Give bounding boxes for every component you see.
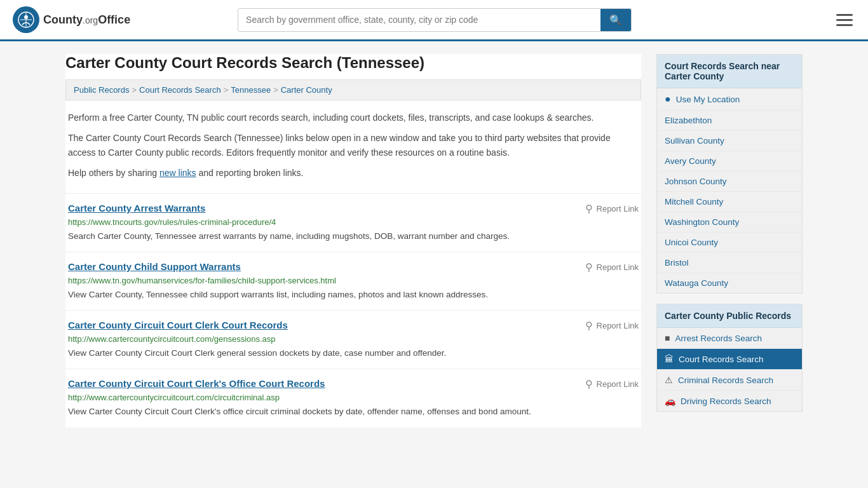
sidebar-link-avery-county[interactable]: Avery County (657, 151, 802, 171)
logo-icon (13, 6, 39, 33)
page-container: Carter County Court Records Search (Tenn… (53, 41, 815, 440)
description-para3: Help others by sharing new links and rep… (68, 166, 639, 180)
description-para1: Perform a free Carter County, TN public … (68, 111, 639, 125)
page-title: Carter County Court Records Search (Tenn… (65, 54, 641, 72)
header: County.orgOffice 🔍 (0, 0, 868, 41)
search-input[interactable] (238, 10, 600, 30)
list-item: ● Use My Location (657, 88, 802, 111)
description-para2: The Carter County Court Records Search (… (68, 131, 639, 159)
list-item: Elizabethton (657, 111, 802, 131)
hamburger-menu[interactable] (834, 11, 855, 29)
sidebar-nearby-links: ● Use My Location Elizabethton Sullivan … (657, 88, 802, 293)
hamburger-line3 (836, 24, 853, 26)
search-button[interactable]: 🔍 (600, 9, 631, 31)
sidebar-records-links: ■ Arrest Records Search 🏛 Court Records … (657, 328, 802, 411)
sidebar-link-unicoi-county[interactable]: Unicoi County (657, 233, 802, 252)
list-item: Unicoi County (657, 233, 802, 253)
report-icon: ⚲ (585, 320, 593, 332)
hamburger-line1 (836, 14, 853, 16)
sidebar-public-records-title: Carter County Public Records (657, 304, 802, 328)
sidebar-link-watauga-county[interactable]: Watauga County (657, 273, 802, 293)
list-item: Watauga County (657, 273, 802, 293)
result-url: https://www.tncourts.gov/rules/rules-cri… (68, 217, 639, 227)
logo-text: County.orgOffice (43, 13, 130, 27)
breadcrumb-sep3: > (273, 85, 278, 95)
list-item: Johnson County (657, 172, 802, 192)
result-entry: Carter County Circuit Court Clerk's Offi… (65, 369, 641, 427)
new-links-link[interactable]: new links (159, 168, 196, 178)
report-icon: ⚲ (585, 203, 593, 215)
sidebar-link-johnson-county[interactable]: Johnson County (657, 172, 802, 191)
breadcrumb-public-records[interactable]: Public Records (74, 85, 129, 95)
arrest-records-icon: ■ (665, 333, 670, 343)
result-entry: Carter County Arrest Warrants ⚲ Report L… (65, 193, 641, 252)
report-link[interactable]: ⚲ Report Link (585, 320, 639, 332)
sidebar: Court Records Search near Carter County … (656, 54, 803, 428)
result-title[interactable]: Carter County Circuit Court Clerk's Offi… (68, 378, 325, 389)
hamburger-line2 (836, 19, 853, 21)
sidebar-link-sullivan-county[interactable]: Sullivan County (657, 131, 802, 151)
sidebar-link-criminal-records[interactable]: ⚠ Criminal Records Search (657, 370, 802, 390)
list-item: Washington County (657, 212, 802, 233)
location-pin-icon: ● (665, 93, 671, 105)
list-item: 🏛 Court Records Search (657, 349, 802, 370)
breadcrumb-sep2: > (224, 85, 229, 95)
sidebar-link-washington-county[interactable]: Washington County (657, 212, 802, 232)
main-content: Carter County Court Records Search (Tenn… (65, 54, 641, 428)
criminal-records-icon: ⚠ (665, 375, 673, 385)
sidebar-link-driving-records[interactable]: 🚗 Driving Records Search (657, 391, 802, 411)
report-icon: ⚲ (585, 261, 593, 273)
result-desc: View Carter County Circuit Court Clerk g… (68, 347, 639, 360)
logo-link[interactable]: County.orgOffice (13, 6, 130, 33)
results-list: Carter County Arrest Warrants ⚲ Report L… (65, 193, 641, 428)
result-entry: Carter County Circuit Court Clerk Court … (65, 310, 641, 369)
breadcrumb-tennessee[interactable]: Tennessee (231, 85, 271, 95)
list-item: 🚗 Driving Records Search (657, 391, 802, 411)
list-item: ⚠ Criminal Records Search (657, 370, 802, 391)
result-entry: Carter County Child Support Warrants ⚲ R… (65, 252, 641, 310)
sidebar-link-elizabethton[interactable]: Elizabethton (657, 111, 802, 130)
list-item: Bristol (657, 253, 802, 273)
sidebar-link-arrest-records[interactable]: ■ Arrest Records Search (657, 328, 802, 348)
driving-records-icon: 🚗 (665, 396, 675, 406)
result-url: https://www.tn.gov/humanservices/for-fam… (68, 276, 639, 285)
sidebar-link-use-my-location[interactable]: ● Use My Location (657, 88, 802, 110)
court-records-icon: 🏛 (665, 354, 674, 364)
list-item: ■ Arrest Records Search (657, 328, 802, 349)
sidebar-nearby-title: Court Records Search near Carter County (657, 55, 802, 88)
sidebar-public-records-section: Carter County Public Records ■ Arrest Re… (656, 304, 803, 412)
list-item: Sullivan County (657, 131, 802, 151)
breadcrumb-court-records-search[interactable]: Court Records Search (139, 85, 221, 95)
result-desc: View Carter County, Tennessee child supp… (68, 288, 639, 301)
result-desc: View Carter County Circuit Court Clerk's… (68, 405, 639, 418)
list-item: Mitchell County (657, 192, 802, 212)
result-title[interactable]: Carter County Arrest Warrants (68, 203, 205, 214)
result-title[interactable]: Carter County Child Support Warrants (68, 261, 241, 272)
result-title[interactable]: Carter County Circuit Court Clerk Court … (68, 320, 288, 330)
result-url: http://www.cartercountycircuitcourt.com/… (68, 393, 639, 402)
search-bar: 🔍 (238, 8, 632, 32)
report-link[interactable]: ⚲ Report Link (585, 378, 639, 390)
breadcrumb-carter-county[interactable]: Carter County (281, 85, 332, 95)
sidebar-link-mitchell-county[interactable]: Mitchell County (657, 192, 802, 212)
report-link[interactable]: ⚲ Report Link (585, 203, 639, 215)
sidebar-nearby-section: Court Records Search near Carter County … (656, 54, 803, 294)
result-url: http://www.cartercountycircuitcourt.com/… (68, 334, 639, 344)
sidebar-link-bristol[interactable]: Bristol (657, 253, 802, 273)
breadcrumb: Public Records > Court Records Search > … (65, 79, 641, 100)
list-item: Avery County (657, 151, 802, 172)
report-icon: ⚲ (585, 378, 593, 390)
result-desc: Search Carter County, Tennessee arrest w… (68, 230, 639, 243)
report-link[interactable]: ⚲ Report Link (585, 261, 639, 273)
breadcrumb-sep1: > (132, 85, 137, 95)
sidebar-link-court-records[interactable]: 🏛 Court Records Search (657, 349, 802, 369)
description-area: Perform a free Carter County, TN public … (65, 111, 641, 180)
